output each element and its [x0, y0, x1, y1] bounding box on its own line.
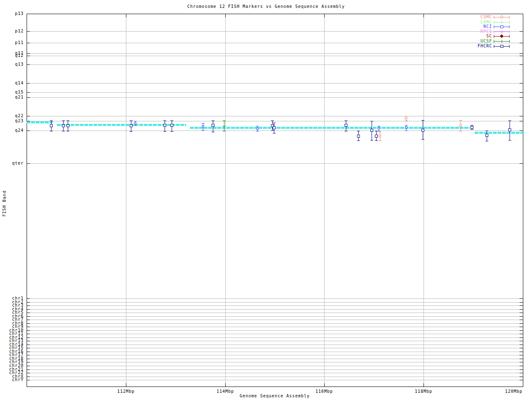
legend-line-cap	[494, 45, 494, 48]
y-axis-title: FISH Band	[2, 190, 7, 217]
y-tick-label: q13	[0, 62, 24, 66]
legend-line-cap	[509, 21, 510, 24]
marker-square	[130, 124, 133, 127]
marker-plus	[500, 41, 503, 42]
marker-square	[202, 125, 204, 127]
x-tick-label: 118Mbp	[407, 389, 440, 394]
y-tick-label: q14	[0, 81, 24, 85]
marker-square	[375, 135, 378, 138]
marker-square	[273, 126, 276, 129]
legend-entry-label: RPCI	[480, 30, 492, 34]
y-tick-label: qter	[0, 161, 24, 165]
legend-marker-sample	[494, 44, 510, 49]
error-bar-cap	[357, 131, 360, 131]
legend-entry: NCI	[457, 25, 524, 29]
error-bar-cap	[62, 121, 65, 121]
x-tick-label: 112Mbp	[109, 389, 143, 394]
marker-square	[485, 134, 488, 137]
y-tick-label: q22	[0, 114, 24, 118]
legend-entry-label: UCSF	[480, 39, 492, 43]
assembly-segment	[57, 124, 187, 126]
error-bar-cap	[370, 140, 373, 140]
legend-line-cap	[509, 25, 510, 28]
error-bar-cap	[508, 140, 511, 140]
error-bar-cap	[130, 121, 133, 121]
legend-line-cap	[509, 16, 510, 19]
y-tick-label: p12	[0, 29, 24, 33]
legend-entry-label: CSMC	[480, 15, 492, 19]
legend-marker-sample	[494, 25, 510, 29]
legend-marker-sample	[494, 34, 510, 39]
error-bar-cap	[66, 131, 69, 131]
marker-square	[256, 128, 259, 130]
error-bar-cap	[256, 131, 259, 131]
legend-entry-label: NCI	[483, 25, 492, 29]
error-bar-cap	[485, 141, 488, 141]
error-bar-cap	[421, 139, 424, 140]
legend-line-cap	[509, 35, 510, 38]
marker-plus	[500, 22, 503, 22]
error-bar-cap	[273, 133, 276, 133]
x-tick-label: 120Mbp	[497, 389, 530, 394]
error-bar-cap	[377, 131, 380, 131]
marker-square	[212, 124, 214, 127]
error-bar-cap	[202, 123, 204, 123]
legend-line-cap	[509, 45, 510, 48]
legend-entry-label: LANL	[480, 20, 492, 24]
x-tick-label: 116Mbp	[308, 389, 341, 394]
error-bar-cap	[62, 131, 65, 131]
marker-square	[66, 124, 69, 127]
y-tick-label: chrY	[0, 378, 24, 382]
error-bar-cap	[130, 131, 133, 132]
error-bar-cap	[271, 121, 274, 121]
y-tick-label: p11	[0, 41, 24, 45]
marker-diamond-filled	[500, 34, 503, 38]
error-bar-cap	[405, 125, 408, 126]
legend-entry: RPCI	[457, 30, 524, 34]
error-bar-cap	[375, 131, 378, 131]
legend-line-cap	[494, 35, 494, 38]
legend-entry: LANL	[457, 20, 524, 25]
assembly-segment	[27, 121, 53, 123]
error-bar-cap	[405, 121, 408, 121]
legend-line-cap	[494, 40, 494, 43]
error-bar-cap	[212, 132, 214, 132]
error-bar-cap	[459, 120, 462, 121]
chart-title: Chromosome 12 FISH Markers vs Genome Seq…	[0, 5, 532, 9]
error-bar-cap	[170, 121, 173, 121]
marker-square	[470, 126, 473, 129]
error-bar-cap	[459, 131, 462, 131]
error-bar-cap	[470, 129, 473, 130]
legend-line-cap	[494, 16, 494, 19]
marker-square	[62, 124, 65, 127]
error-bar-cap	[66, 121, 69, 121]
marker-square	[163, 124, 166, 127]
assembly-segment	[475, 132, 524, 134]
marker-square	[345, 124, 347, 127]
y-tick-label: q21	[0, 95, 24, 99]
error-bar-cap	[170, 131, 173, 132]
error-bar-cap	[421, 120, 424, 121]
marker-plus	[223, 126, 226, 126]
assembly-segment	[190, 127, 470, 129]
y-tick-label: q15	[0, 90, 24, 94]
marker-square	[170, 124, 173, 127]
marker-square	[421, 129, 424, 132]
marker-square	[50, 124, 53, 127]
chart-canvas: Chromosome 12 FISH Markers vs Genome Seq…	[0, 0, 532, 399]
marker-square	[357, 135, 360, 138]
legend-line-cap	[494, 25, 494, 28]
legend-entry: SC	[457, 34, 524, 39]
legend-line-cap	[509, 40, 510, 43]
error-bar-cap	[202, 130, 204, 131]
y-tick-label: q12	[0, 54, 24, 58]
error-bar-cap	[163, 121, 166, 121]
x-tick-label: 114Mbp	[209, 389, 242, 394]
legend-marker-sample	[494, 20, 510, 25]
error-bar-cap	[223, 131, 226, 131]
error-bar-cap	[485, 131, 488, 131]
legend-marker-sample	[494, 39, 510, 44]
error-bar-cap	[405, 131, 408, 131]
marker-square	[370, 129, 373, 132]
y-tick-label: p13	[0, 12, 24, 16]
